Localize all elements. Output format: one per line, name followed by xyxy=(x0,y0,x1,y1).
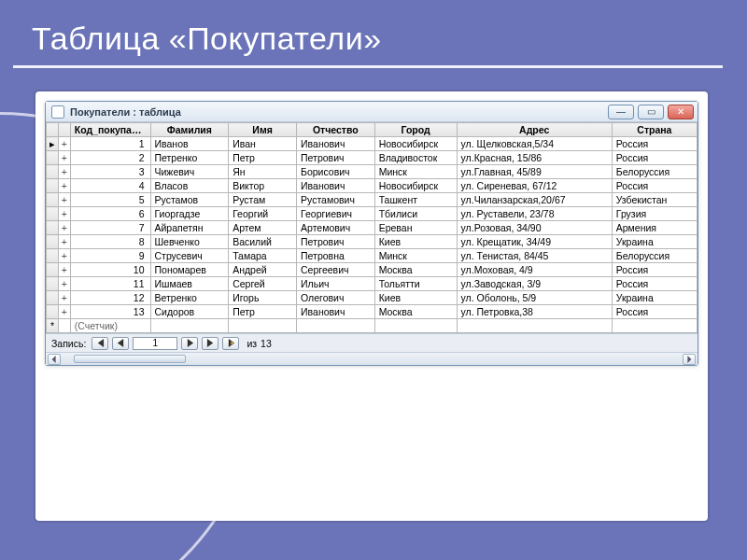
scroll-left-button[interactable] xyxy=(48,354,61,365)
cell-name[interactable]: Тамара xyxy=(229,249,297,263)
col-city[interactable]: Город xyxy=(374,123,457,137)
cell-address[interactable]: ул. Щелковская,5/34 xyxy=(457,137,612,151)
expand-button[interactable]: + xyxy=(58,263,70,277)
cell-city[interactable]: Владивосток xyxy=(374,151,457,165)
cell-surname[interactable]: Ишмаев xyxy=(150,277,229,291)
col-country[interactable]: Страна xyxy=(612,123,697,137)
cell-id[interactable]: 11 xyxy=(70,277,150,291)
cell-address[interactable]: ул. Крещатик, 34/49 xyxy=(457,235,612,249)
cell-city[interactable]: Киев xyxy=(374,291,457,305)
row-selector[interactable] xyxy=(47,221,59,235)
col-id[interactable]: Код_покупател xyxy=(70,123,150,137)
cell-patronymic[interactable]: Иванович xyxy=(297,179,375,193)
cell-city[interactable]: Новосибирск xyxy=(374,179,457,193)
cell-address[interactable]: ул. Оболонь, 5/9 xyxy=(457,291,612,305)
cell-address[interactable]: ул.Моховая, 4/9 xyxy=(457,263,612,277)
row-selector[interactable] xyxy=(47,305,59,319)
cell-address[interactable]: ул.Заводская, 3/9 xyxy=(457,277,612,291)
cell-surname[interactable]: Чижевич xyxy=(150,165,229,179)
cell-patronymic[interactable]: Петрович xyxy=(297,235,375,249)
cell-city[interactable]: Тольятти xyxy=(374,277,457,291)
cell-name[interactable]: Иван xyxy=(229,137,297,151)
row-selector[interactable]: ▸ xyxy=(47,137,59,151)
nav-new-button[interactable] xyxy=(222,337,239,350)
cell-address[interactable]: ул. Руставели, 23/78 xyxy=(457,207,612,221)
cell-surname[interactable]: Рустамов xyxy=(150,193,229,207)
cell-address[interactable]: ул.Главная, 45/89 xyxy=(457,165,612,179)
cell-surname[interactable]: Шевченко xyxy=(150,235,229,249)
cell-address[interactable]: ул.Чиланзарская,20/67 xyxy=(457,193,612,207)
data-grid[interactable]: Код_покупател Фамилия Имя Отчество Город… xyxy=(46,122,698,333)
nav-last-button[interactable] xyxy=(202,337,218,350)
table-row[interactable]: +11ИшмаевСергейИльичТольяттиул.Заводская… xyxy=(47,277,698,291)
cell-name[interactable]: Петр xyxy=(229,305,297,319)
header-row[interactable]: Код_покупател Фамилия Имя Отчество Город… xyxy=(47,123,698,137)
row-selector[interactable] xyxy=(47,207,59,221)
cell-id-placeholder[interactable]: (Счетчик) xyxy=(70,319,150,333)
table-row[interactable]: +12ВетренкоИгорьОлеговичКиевул. Оболонь,… xyxy=(47,291,698,305)
scroll-right-button[interactable] xyxy=(683,354,696,365)
cell-id[interactable]: 9 xyxy=(70,249,150,263)
row-selector[interactable] xyxy=(47,193,59,207)
expand-button[interactable]: + xyxy=(58,165,70,179)
cell-id[interactable]: 1 xyxy=(70,137,150,151)
cell-patronymic[interactable]: Рустамович xyxy=(297,193,375,207)
expand-button[interactable]: + xyxy=(58,235,70,249)
col-surname[interactable]: Фамилия xyxy=(150,123,229,137)
table-row[interactable]: +5РустамовРустамРустамовичТашкентул.Чила… xyxy=(47,193,698,207)
cell-name[interactable]: Артем xyxy=(229,221,297,235)
row-selector[interactable] xyxy=(47,277,59,291)
cell-name[interactable]: Ян xyxy=(229,165,297,179)
table-row[interactable]: +7АйрапетянАртемАртемовичЕреванул.Розова… xyxy=(47,221,698,235)
cell-surname[interactable]: Гиоргадзе xyxy=(150,207,229,221)
cell-country[interactable]: Россия xyxy=(612,277,697,291)
col-address[interactable]: Адрес xyxy=(457,123,612,137)
new-row[interactable]: *(Счетчик) xyxy=(47,319,698,333)
nav-current-input[interactable] xyxy=(133,337,177,350)
cell-id[interactable]: 2 xyxy=(70,151,150,165)
cell-city[interactable]: Москва xyxy=(374,263,457,277)
cell-surname[interactable]: Сидоров xyxy=(150,305,229,319)
close-button[interactable]: ✕ xyxy=(668,105,694,119)
horizontal-scrollbar[interactable] xyxy=(46,352,698,365)
cell-patronymic[interactable]: Борисович xyxy=(297,165,375,179)
expand-button[interactable]: + xyxy=(58,179,70,193)
cell-city[interactable]: Москва xyxy=(374,305,457,319)
cell-name[interactable]: Виктор xyxy=(229,179,297,193)
cell-country[interactable]: Армения xyxy=(612,221,697,235)
cell-city[interactable]: Минск xyxy=(374,165,457,179)
expand-button[interactable]: + xyxy=(58,305,70,319)
expand-button[interactable]: + xyxy=(58,291,70,305)
row-selector[interactable] xyxy=(47,263,59,277)
cell-id[interactable]: 8 xyxy=(70,235,150,249)
cell-name[interactable]: Георгий xyxy=(229,207,297,221)
cell-surname[interactable]: Петренко xyxy=(150,151,229,165)
cell-country[interactable]: Украина xyxy=(612,235,697,249)
cell-address[interactable]: ул. Сиреневая, 67/12 xyxy=(457,179,612,193)
cell-id[interactable]: 12 xyxy=(70,291,150,305)
cell-patronymic[interactable]: Олегович xyxy=(297,291,375,305)
cell-name[interactable]: Рустам xyxy=(229,193,297,207)
expand-button[interactable]: + xyxy=(58,193,70,207)
row-selector-header[interactable] xyxy=(47,123,59,137)
table-row[interactable]: +8ШевченкоВасилийПетровичКиевул. Крещати… xyxy=(47,235,698,249)
cell-surname[interactable]: Власов xyxy=(150,179,229,193)
cell-id[interactable]: 6 xyxy=(70,207,150,221)
cell-country[interactable]: Россия xyxy=(612,179,697,193)
row-selector[interactable] xyxy=(47,179,59,193)
table-row[interactable]: +13СидоровПетрИвановичМоскваул. Петровка… xyxy=(47,305,698,319)
row-selector[interactable] xyxy=(47,165,59,179)
cell-country[interactable]: Россия xyxy=(612,305,697,319)
restore-button[interactable]: ▭ xyxy=(638,105,664,119)
cell-patronymic[interactable]: Артемович xyxy=(297,221,375,235)
cell-address[interactable]: ул. Петровка,38 xyxy=(457,305,612,319)
nav-prev-button[interactable] xyxy=(112,337,129,350)
cell-name[interactable]: Петр xyxy=(229,151,297,165)
cell-country[interactable]: Россия xyxy=(612,151,697,165)
cell-name[interactable]: Андрей xyxy=(229,263,297,277)
cell-country[interactable]: Россия xyxy=(612,263,697,277)
cell-patronymic[interactable]: Петровна xyxy=(297,249,375,263)
cell-patronymic[interactable]: Георгиевич xyxy=(297,207,375,221)
cell-id[interactable]: 7 xyxy=(70,221,150,235)
cell-country[interactable]: Белоруссия xyxy=(612,165,697,179)
